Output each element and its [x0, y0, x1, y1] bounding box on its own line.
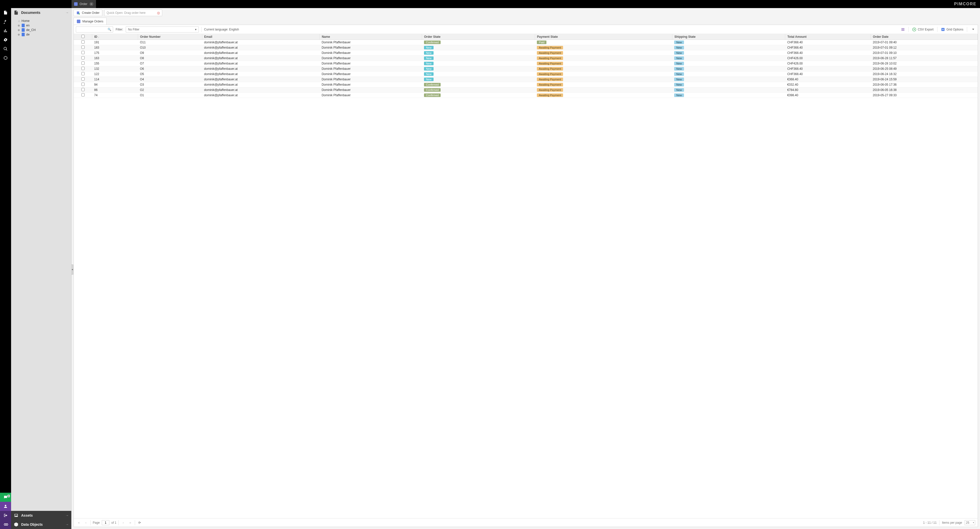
items-per-page-select[interactable]: 25 ▾ [965, 520, 975, 525]
list-view-icon[interactable] [900, 27, 906, 32]
table-row[interactable]: 122O5dominik@pfaffenbauer.atDominik Pfaf… [74, 71, 978, 77]
rail-search-icon[interactable] [0, 44, 11, 53]
table-row[interactable]: 191O11dominik@pfaffenbauer.atDominik Pfa… [74, 40, 978, 45]
col-shipping-state[interactable]: Shipping State [672, 34, 785, 40]
grid-options-dropdown[interactable] [970, 27, 976, 32]
table-row[interactable]: 175O9dominik@pfaffenbauer.atDominik Pfaf… [74, 50, 978, 56]
rail-reports-icon[interactable] [0, 26, 11, 35]
expand-icon[interactable]: ⊕ [17, 24, 20, 27]
cell-name: Dominik Pfaffenbauer [320, 61, 422, 66]
table-row[interactable]: 132O6dominik@pfaffenbauer.atDominik Pfaf… [74, 66, 978, 71]
tab-order[interactable]: Order ✕ [72, 0, 96, 8]
first-page-button[interactable]: « [76, 520, 81, 525]
create-order-button[interactable]: Create Order [73, 10, 102, 16]
state-badge: New [674, 62, 684, 65]
chevron-down-icon [972, 29, 974, 30]
section-data-objects[interactable]: Data Objects → [11, 520, 71, 529]
last-page-button[interactable]: » [128, 520, 133, 525]
col-order-date[interactable]: Order Date [871, 34, 977, 40]
row-checkbox[interactable] [81, 62, 85, 65]
tree-item[interactable]: ⊕en [11, 23, 71, 28]
row-checkbox[interactable] [81, 51, 85, 54]
row-checkbox[interactable] [81, 93, 85, 97]
prev-page-button[interactable]: ‹ [83, 520, 88, 525]
page-input[interactable] [102, 520, 109, 525]
cell-total-amount: CHF426.00 [785, 56, 871, 61]
search-icon[interactable]: 🔍 [108, 28, 111, 31]
cell-order-state: New [422, 45, 535, 50]
expand-icon[interactable]: ⊕ [17, 29, 20, 32]
collapse-sidepanel-handle[interactable] [71, 265, 73, 275]
table-row[interactable]: 86O2dominik@pfaffenbauer.atDominik Pfaff… [74, 87, 978, 93]
row-checkbox[interactable] [81, 72, 85, 75]
rail-infinity-icon[interactable] [0, 520, 11, 529]
cell-name: Dominik Pfaffenbauer [320, 45, 422, 50]
tree-item[interactable]: ⊕de [11, 32, 71, 37]
state-badge: New [674, 56, 684, 60]
col-payment-state[interactable]: Payment State [535, 34, 672, 40]
orders-grid[interactable]: ID↓ Order Number Email Name Order State … [74, 34, 978, 518]
assets-icon [14, 513, 19, 518]
tree-item[interactable]: ⊕de_CH [11, 28, 71, 32]
col-email[interactable]: Email [202, 34, 320, 40]
next-page-button[interactable]: › [121, 520, 126, 525]
cell-payment-state: Awaiting Payment [535, 50, 672, 56]
rail-settings-icon[interactable] [0, 35, 11, 44]
rail-file-icon[interactable] [0, 8, 11, 17]
cell-total-amount: CHF368.40 [785, 50, 871, 56]
row-checkbox[interactable] [81, 88, 85, 91]
row-checkbox[interactable] [81, 77, 85, 81]
close-icon[interactable]: ✕ [89, 2, 94, 6]
rail-user-icon[interactable] [0, 502, 11, 511]
rail-notifications-icon[interactable]: 3 [0, 493, 11, 502]
table-row[interactable]: 155O7dominik@pfaffenbauer.atDominik Pfaf… [74, 61, 978, 66]
col-order-number[interactable]: Order Number [138, 34, 202, 40]
table-row[interactable]: 94O3dominik@pfaffenbauer.atDominik Pfaff… [74, 82, 978, 87]
row-checkbox[interactable] [81, 67, 85, 70]
tab-manage-orders[interactable]: Manage Orders [73, 17, 107, 25]
state-badge: Awaiting Payment [537, 56, 563, 60]
state-badge: Awaiting Payment [537, 88, 563, 92]
cell-payment-state: Awaiting Payment [535, 61, 672, 66]
search-field[interactable] [78, 28, 108, 31]
section-assets[interactable]: Assets → [11, 511, 71, 520]
top-toolbar: Create Order Quick Open: Drag order here… [72, 8, 980, 17]
cell-order-number: O3 [138, 82, 202, 87]
table-row[interactable]: 183O10dominik@pfaffenbauer.atDominik Pfa… [74, 45, 978, 50]
search-input[interactable]: 🔍 [76, 27, 113, 32]
table-row[interactable]: 74O1dominik@pfaffenbauer.atDominik Pfaff… [74, 93, 978, 98]
cell-order-state: Confirmed [422, 82, 535, 87]
col-total-amount[interactable]: Total Amount [785, 34, 871, 40]
rail-logout-icon[interactable] [0, 511, 11, 520]
cell-name: Dominik Pfaffenbauer [320, 82, 422, 87]
csv-export-button[interactable]: CSV Export [911, 27, 935, 32]
select-all-checkbox[interactable] [81, 35, 85, 38]
quick-open-dropzone[interactable]: Quick Open: Drag order here ◎ [104, 10, 162, 16]
tree-home[interactable]: ⌂ Home [11, 19, 71, 23]
col-order-state[interactable]: Order State [422, 34, 535, 40]
cell-name: Dominik Pfaffenbauer [320, 50, 422, 56]
col-id[interactable]: ID↓ [92, 34, 138, 40]
cell-shipping-state: New [672, 77, 785, 82]
row-checkbox[interactable] [81, 83, 85, 86]
col-name[interactable]: Name [320, 34, 422, 40]
filter-select[interactable]: No Filter ▾ [126, 27, 199, 32]
row-checkbox[interactable] [81, 46, 85, 49]
expand-icon[interactable]: ⊕ [17, 33, 20, 36]
tree-item-label: de [26, 33, 29, 36]
cell-shipping-state: New [672, 66, 785, 71]
rail-tools-icon[interactable] [0, 17, 11, 26]
table-row[interactable]: 114O4dominik@pfaffenbauer.atDominik Pfaf… [74, 77, 978, 82]
select-all-header[interactable] [74, 34, 92, 40]
cell-order-number: O2 [138, 87, 202, 93]
refresh-button[interactable]: ⟳ [137, 520, 142, 525]
cell-order-state: New [422, 50, 535, 56]
rail-spacer-top [0, 0, 11, 8]
grid-options-button[interactable]: Grid Options [940, 27, 964, 32]
rail-ecommerce-icon[interactable] [0, 53, 11, 62]
cell-email: dominik@pfaffenbauer.at [202, 61, 320, 66]
section-documents[interactable]: Documents → [11, 8, 71, 17]
row-checkbox[interactable] [81, 40, 85, 44]
table-row[interactable]: 163O8dominik@pfaffenbauer.atDominik Pfaf… [74, 56, 978, 61]
row-checkbox[interactable] [81, 56, 85, 59]
